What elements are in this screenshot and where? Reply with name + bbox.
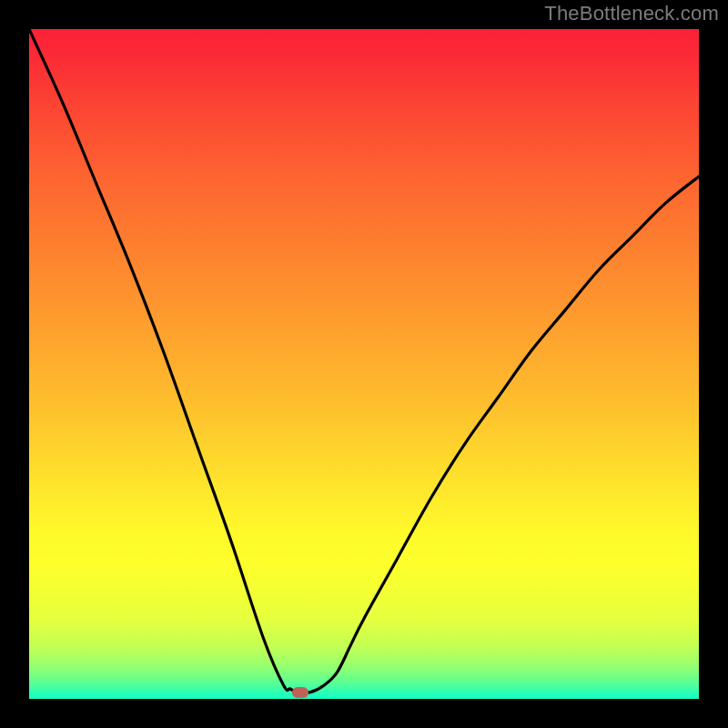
chart-frame: TheBottleneck.com xyxy=(0,0,728,728)
watermark-text: TheBottleneck.com xyxy=(544,2,719,25)
curve-path xyxy=(29,29,699,693)
curve-svg xyxy=(29,29,699,699)
optimum-marker xyxy=(292,687,308,698)
plot-area xyxy=(29,29,699,699)
